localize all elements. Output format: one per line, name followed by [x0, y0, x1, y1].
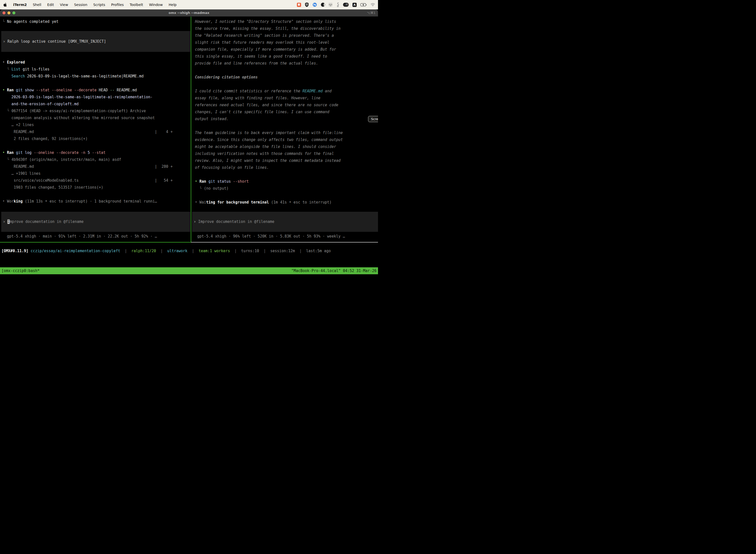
terminal-line: Considering citation options: [191, 74, 378, 81]
right-terminal-pane: However, I noticed the "Directory Struct…: [191, 17, 378, 242]
terminal-line: › Improve documentation in @filename: [192, 212, 378, 232]
terminal-line: 2026-03-09-is-legal-the-same-as-legitima…: [0, 94, 191, 101]
terminal-line: [191, 192, 378, 199]
count-badge-icon[interactable]: ..61: [343, 2, 349, 7]
menu-item-iterm2[interactable]: iTerm2: [13, 3, 27, 7]
terminal-line: └ List git ls-files: [0, 66, 191, 73]
window-title-bar: omx --xhigh --madmax ⌥⌘1: [0, 9, 378, 17]
terminal-line: gpt-5.4 xhigh · 96% left · 520K in · 5.8…: [191, 233, 378, 240]
terminal-line: The team guideline is to back every impo…: [191, 129, 378, 136]
pane-divider-vertical[interactable]: [191, 17, 191, 242]
menu-item-window[interactable]: Window: [149, 3, 163, 7]
terminal-area: └ No agents completed yet › Ralph loop a…: [0, 17, 378, 277]
crescent-icon[interactable]: [321, 2, 325, 7]
shield-icon[interactable]: [305, 2, 309, 7]
terminal-line: essay file, along with finding root file…: [191, 95, 378, 102]
battery-icon[interactable]: [360, 2, 367, 7]
terminal-line: of focusing solely on file lines.: [191, 164, 378, 171]
terminal-line: this single essay, it seems like a good …: [191, 53, 378, 60]
terminal-line: › Ralph loop active continue [OMX_TMUX_I…: [1, 31, 190, 52]
terminal-line: [0, 191, 191, 198]
terminal-line: [0, 80, 191, 87]
terminal-line: changes, I can't cite specific file line…: [191, 108, 378, 115]
terminal-line: └ (no output): [191, 185, 378, 192]
menu-item-shell[interactable]: Shell: [33, 3, 41, 7]
terminal-line: including verification notes with those …: [191, 150, 378, 157]
terminal-line: • Working (11m 13s • esc to interrupt) ·…: [0, 198, 191, 205]
terminal-line: › Improve documentation in @filename: [1, 212, 190, 232]
menu-item-profiles[interactable]: Profiles: [111, 3, 124, 7]
terminal-line: However, I noticed the "Directory Struct…: [191, 18, 378, 25]
wifi-icon[interactable]: [371, 2, 375, 7]
terminal-line: the source tree, missing the essay. Stil…: [191, 25, 378, 32]
terminal-line: [OMX#0.11.9] cczip/essay/ai-reimplementa…: [1, 247, 378, 255]
terminal-line: output instead.: [191, 115, 378, 122]
terminal-line: • Waiting for background terminal (1m 41…: [191, 199, 378, 206]
terminal-line: • Ran git show --stat --oneline --decora…: [0, 87, 191, 94]
terminal-line: … +2 lines: [0, 121, 191, 128]
iterm2-window: omx --xhigh --madmax ⌥⌘1 └ No agents com…: [0, 9, 378, 277]
terminal-line: README.md | 280 +: [0, 163, 191, 170]
terminal-line: • Ran git log --oneline --decorate -n 5 …: [0, 149, 191, 156]
left-terminal-pane: └ No agents completed yet › Ralph loop a…: [0, 17, 191, 242]
apple-logo-icon[interactable]: [3, 2, 7, 7]
menu-item-scripts[interactable]: Scripts: [93, 3, 105, 7]
screen-tooltip: Scre: [368, 116, 378, 122]
terminal-line: [191, 171, 378, 178]
tmux-status-bar: [omx-cczip0:bash* "MacBook-Pro-44.local"…: [0, 267, 378, 274]
menu-item-edit[interactable]: Edit: [47, 3, 54, 7]
menu-item-help[interactable]: Help: [169, 3, 177, 7]
terminal-line: • Explored: [0, 59, 191, 66]
window-shortcut-badge: ⌥⌘1: [367, 9, 376, 16]
left-model-status-line: gpt-5.4 xhigh · main · 91% left · 2.31M …: [0, 233, 191, 240]
right-model-status-line: gpt-5.4 xhigh · 96% left · 520K in · 5.8…: [191, 233, 378, 240]
menu-items: iTerm2 Shell Edit View Session Scripts P…: [3, 2, 177, 7]
terminal-line: companion analysis without altering the …: [0, 114, 191, 121]
menu-status-icons: ..61 A: [297, 2, 375, 7]
blue-badge-icon[interactable]: [313, 2, 317, 7]
terminal-line: companion file, especially if more comme…: [191, 46, 378, 53]
terminal-line: 2 files changed, 92 insertions(+): [0, 135, 191, 142]
terminal-line: 1903 files changed, 513517 insertions(+): [0, 184, 191, 191]
terminal-line: Search 2026-03-09-is-legal-the-same-as-l…: [0, 73, 191, 80]
terminal-line: I could cite commit statistics or refere…: [191, 88, 378, 95]
terminal-line: … +1901 lines: [0, 170, 191, 177]
terminal-line: review. Also, I might want to inspect th…: [191, 157, 378, 164]
omx-status-pane: [OMX#0.11.9] cczip/essay/ai-reimplementa…: [0, 242, 378, 267]
tmux-host-clock-label: "MacBook-Pro-44.local" 04:52 31-Mar-26: [292, 267, 377, 274]
terminal-line: provide file and line references from th…: [191, 60, 378, 67]
terminal-line: slight risk that future readers may over…: [191, 39, 378, 46]
terminal-line: [191, 67, 378, 74]
left-prompt-input[interactable]: › Improve documentation in @filename: [1, 212, 190, 232]
terminal-line: might be acceptable alongside the file l…: [191, 143, 378, 150]
letter-a-badge-icon[interactable]: A: [353, 2, 357, 7]
terminal-line: evidence. Since this change only affects…: [191, 136, 378, 143]
omx-status-line: [OMX#0.11.9] cczip/essay/ai-reimplementa…: [1, 247, 378, 255]
ralph-loop-input[interactable]: › Ralph loop active continue [OMX_TMUX_I…: [1, 31, 190, 52]
menu-item-session[interactable]: Session: [74, 3, 87, 7]
terminal-line: [191, 122, 378, 129]
terminal-line: references need actual files, and since …: [191, 102, 378, 108]
terminal-line: src/voice/voiceModeEnabled.ts | 54 +: [0, 177, 191, 184]
terminal-line: gpt-5.4 xhigh · main · 91% left · 2.31M …: [0, 233, 191, 240]
dots-grid-icon[interactable]: [329, 2, 333, 7]
terminal-line: └ 4b9d30f (origin/main, instructkr/main,…: [0, 156, 191, 163]
terminal-line: └ 067f154 (HEAD -> essay/ai-reimplementa…: [0, 107, 191, 114]
macos-menu-bar: iTerm2 Shell Edit View Session Scripts P…: [0, 0, 378, 9]
terminal-line: [191, 81, 378, 88]
terminal-line: and-the-erosion-of-copyleft.md: [0, 101, 191, 107]
screenshot-bubble-icon[interactable]: [297, 2, 301, 7]
menu-item-view[interactable]: View: [60, 3, 68, 7]
terminal-line: └ No agents completed yet: [0, 18, 191, 25]
tmux-session-label: [omx-cczip0:bash*: [1, 267, 40, 274]
terminal-line: README.md | 4 +: [0, 128, 191, 135]
squiggle-icon[interactable]: [336, 2, 339, 7]
right-prompt-input[interactable]: › Improve documentation in @filename: [192, 212, 378, 232]
terminal-line: • Ran git status --short: [191, 178, 378, 185]
terminal-line: [0, 142, 191, 149]
terminal-line: the "Related research writing" section i…: [191, 32, 378, 39]
window-title: omx --xhigh --madmax: [0, 9, 378, 16]
menu-item-toolbelt[interactable]: Toolbelt: [130, 3, 143, 7]
